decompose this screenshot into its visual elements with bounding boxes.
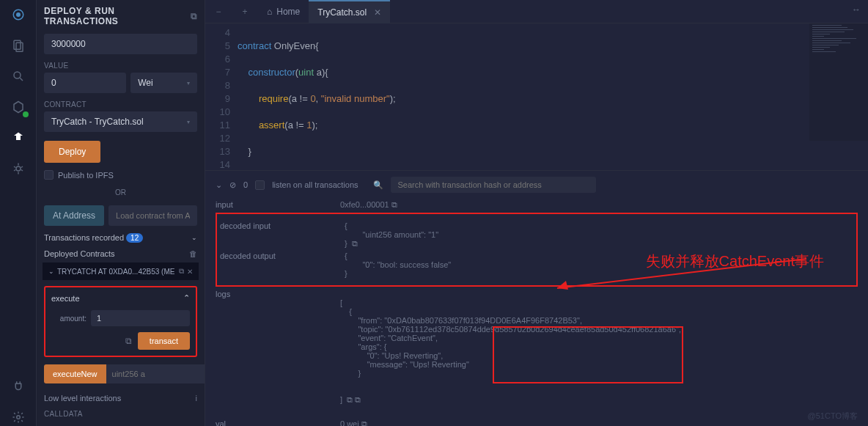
debugger-icon[interactable] [10,160,27,177]
code-editor[interactable]: 4 5 6 7 8 9 10 11 12 13 14 15 16 17 cont… [205,23,868,170]
executenew-input[interactable] [106,364,205,383]
or-divider: OR [44,188,197,197]
trash-icon[interactable]: 🗑 [189,249,197,258]
gas-limit-input[interactable] [44,34,197,54]
low-level-label: Low level interactions [44,394,121,403]
tx-recorded-header[interactable]: Transactions recorded 12 ⌄ [44,233,197,242]
activity-bar [0,0,37,426]
log-input-row: input 0xfe0...00001 ⧉ [216,200,858,210]
log-val-row: val 0 wei ⧉ [216,419,858,426]
copy-icon[interactable]: ⧉ [391,200,397,209]
clear-icon[interactable]: ⊘ [229,180,236,190]
deploy-icon[interactable] [10,129,27,147]
code-content: contract OnlyEven{ constructor(uint a){ … [238,23,868,170]
svg-rect-3 [16,43,23,51]
value-input[interactable] [44,73,126,93]
annotation-arrow [535,251,814,295]
main-area: ↔ − + ⌂ Home TryCatch.sol ✕ 4 5 6 7 8 9 … [205,0,868,426]
close-icon[interactable]: ✕ [187,268,193,276]
copy-icon[interactable]: ⧉ [355,395,361,404]
caret-icon: ▾ [187,119,190,125]
deploy-button[interactable]: Deploy [44,141,100,163]
amount-input[interactable] [91,310,190,326]
at-address-button[interactable]: At Address [44,205,104,226]
chevron-down-icon: ⌄ [48,268,54,275]
copy-icon[interactable]: ⧉ [125,336,132,346]
terminal: ⌄ ⊘ 0 listen on all transactions 🔍 input… [205,170,868,426]
svg-line-8 [14,166,15,168]
pending-count: 0 [243,180,248,189]
tab-bar: − + ⌂ Home TryCatch.sol ✕ [205,0,868,23]
panel-title: DEPLOY & RUN TRANSACTIONS ⧉ [44,6,197,26]
svg-line-10 [14,170,15,172]
deploy-panel: DEPLOY & RUN TRANSACTIONS ⧉ VALUE Wei ▾ … [37,0,205,426]
copy-icon[interactable]: ⧉ [347,395,353,404]
deployed-address: TRYCATCH AT 0XDA0...42B53 (ME [57,268,176,276]
publish-ipfs-label: Publish to IPFS [58,171,114,180]
svg-line-5 [20,78,23,81]
svg-point-1 [16,13,20,17]
value-unit-text: Wei [138,78,152,88]
deployed-contracts-label: Deployed Contracts [44,249,115,258]
value-label: VALUE [44,62,197,70]
transact-button[interactable]: transact [138,332,190,350]
log-logs-row: logs [ { "from": "0xDA0bab807633f07f013f… [216,290,858,414]
copy-icon[interactable]: ⧉ [361,419,367,426]
load-address-input[interactable] [108,205,197,226]
tab-home[interactable]: ⌂ Home [258,0,309,23]
svg-line-14 [557,259,806,288]
panel-doc-icon[interactable]: ⧉ [191,11,198,21]
chevron-down-icon: ⌄ [191,234,197,241]
svg-point-13 [16,416,20,419]
copy-icon[interactable]: ⧉ [179,267,184,276]
terminal-search-input[interactable] [391,177,596,193]
svg-line-11 [21,170,22,172]
zoom-in-icon[interactable]: + [232,7,258,17]
collapse-icon[interactable]: ⌃ [183,293,190,303]
copy-icon[interactable]: ⧉ [352,239,358,248]
settings-icon[interactable] [10,408,27,426]
collapse-icon[interactable]: ⌄ [216,180,222,190]
svg-line-9 [21,166,22,168]
search-icon[interactable]: 🔍 [373,180,383,190]
contract-label: CONTRACT [44,100,197,109]
watermark: @51CTO博客 [808,411,858,422]
panel-title-text: DEPLOY & RUN TRANSACTIONS [44,6,186,26]
publish-ipfs-checkbox[interactable] [44,170,54,180]
svg-rect-2 [14,40,21,49]
execute-box: execute ⌃ amount: ⧉ transact [44,286,197,357]
executenew-button[interactable]: executeNew [44,364,106,383]
info-icon[interactable]: i [196,394,197,403]
tab-file[interactable]: TryCatch.sol ✕ [309,0,390,23]
svg-marker-15 [557,281,568,290]
compiler-icon[interactable] [10,98,27,116]
plugin-icon[interactable] [10,378,27,395]
svg-point-6 [16,166,21,171]
contract-select[interactable]: TryCatch - TryCatch.sol ▾ [44,111,197,132]
calldata-label: CALLDATA [44,410,197,418]
tx-recorded-label: Transactions recorded [44,233,124,242]
tab-home-label: Home [276,7,300,17]
home-icon: ⌂ [267,7,272,17]
contract-selected-text: TryCatch - TryCatch.sol [51,117,144,127]
tx-badge: 12 [126,233,143,243]
value-unit-select[interactable]: Wei ▾ [130,73,197,93]
logs-highlight-box [493,326,683,383]
low-level-header: Low level interactions i [44,394,197,403]
svg-point-4 [14,72,21,78]
tab-file-label: TryCatch.sol [317,7,367,18]
minimap[interactable] [809,23,868,141]
line-gutter: 4 5 6 7 8 9 10 11 12 13 14 15 16 17 [205,23,238,170]
log-decoded-input-row: decoded input { "uint256 amount": "1" } … [220,221,853,249]
file-explorer-icon[interactable] [10,37,27,54]
deployed-instance[interactable]: ⌄ TRYCATCH AT 0XDA0...42B53 (ME ⧉ ✕ [43,262,199,280]
logo-icon[interactable] [10,6,27,23]
search-icon[interactable] [10,67,27,85]
zoom-out-icon[interactable]: − [205,7,232,17]
close-icon[interactable]: ✕ [374,7,381,18]
listen-label: listen on all transactions [272,180,358,189]
execute-title: execute [51,294,80,303]
expand-icon[interactable]: ↔ [852,4,861,15]
listen-checkbox[interactable] [255,180,265,190]
amount-label: amount: [51,315,87,323]
